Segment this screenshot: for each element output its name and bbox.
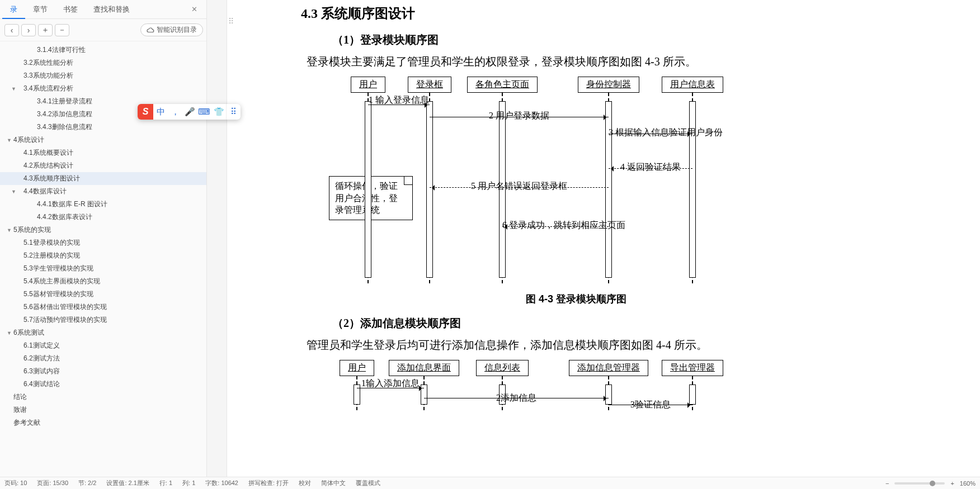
outline-item[interactable]: 5.7活动预约管理模块的实现 — [0, 314, 206, 326]
paragraph-2: 管理员和学生登录后均可进行添加信息操作，添加信息模块顺序图如图 4-4 所示。 — [307, 336, 856, 353]
page-gutter — [207, 0, 227, 489]
tab-bookmarks[interactable]: 书签 — [55, 0, 86, 19]
sequence-message: 1输入添加信息 — [357, 378, 424, 390]
ime-skin-button[interactable]: 👕 — [211, 104, 226, 120]
sidebar-close-button[interactable]: ✕ — [185, 5, 204, 13]
sequence-message: 2 用户登录数据 — [430, 110, 609, 122]
lifeline-box: 用户 — [351, 77, 385, 93]
ime-voice-button[interactable]: 🎤 — [182, 104, 197, 120]
outline-item[interactable]: 3.2系统性能分析 — [0, 56, 206, 69]
sequence-message: 5 用户名错误返回登录框 — [430, 181, 609, 192]
status-position[interactable]: 设置值: 2.1厘米 — [106, 479, 149, 487]
status-insert-mode[interactable]: 覆盖模式 — [356, 479, 380, 487]
section-heading: 4.3 系统顺序图设计 — [301, 4, 856, 22]
outline-item[interactable]: 6.2测试方法 — [0, 352, 206, 365]
outline-item[interactable]: 致谢 — [0, 403, 206, 416]
zoom-slider[interactable] — [894, 482, 945, 485]
outline-sidebar: 录 章节 书签 查找和替换 ✕ ‹ › ＋ － 智能识别目录 3.1.4法律可行… — [0, 0, 207, 489]
ime-lang-button[interactable]: 中 — [153, 104, 168, 120]
status-language[interactable]: 简体中文 — [321, 479, 346, 487]
status-col[interactable]: 列: 1 — [182, 479, 195, 487]
subsection-heading-1: （1）登录模块顺序图 — [332, 32, 856, 48]
zoom-value[interactable]: 160% — [960, 480, 976, 487]
outline-item[interactable]: 4.1系统概要设计 — [0, 146, 206, 159]
tab-chapters[interactable]: 章节 — [25, 0, 55, 19]
sequence-message: 3 根据输入信息验证用户身份 — [609, 127, 692, 139]
outline-item[interactable]: 5.1登录模块的实现 — [0, 236, 206, 249]
sequence-message: 6 登录成功，跳转到相应主页面 — [502, 220, 609, 231]
outline-item[interactable]: 5.6器材借出管理模块的实现 — [0, 301, 206, 314]
outline-item[interactable]: 6.1测试定义 — [0, 339, 206, 352]
outline-item[interactable]: 5.5器材管理模块的实现 — [0, 288, 206, 301]
outline-item[interactable]: 3.1.4法律可行性 — [0, 44, 206, 56]
outline-item[interactable]: 5.4系统主界面模块的实现 — [0, 275, 206, 288]
outline-item[interactable]: 5.3学生管理模块的实现 — [0, 262, 206, 275]
zoom-out-button[interactable]: − — [885, 480, 889, 487]
lifeline-box: 登录框 — [408, 77, 451, 93]
outline-expand-button[interactable]: ＋ — [38, 24, 53, 36]
sequence-message: 1 输入登录信息 — [368, 94, 430, 106]
sequence-message: 4 返回验证结果 — [609, 162, 692, 173]
lifeline-box: 用户 — [340, 360, 374, 376]
sequence-diagram-add-info: 用户添加信息界面信息列表添加信息管理器导出管理器1输入添加信息2添加信息3验证信… — [307, 360, 846, 410]
outline-item[interactable]: ▼5系统的实现 — [0, 224, 206, 236]
lifeline-box: 导出管理器 — [662, 360, 723, 376]
outline-item[interactable]: 5.2注册模块的实现 — [0, 249, 206, 262]
sequence-diagram-login: 循环操作，验证 用户合法性，登 录管理系统 用户登录框各角色主页面身份控制器用户… — [307, 77, 846, 289]
lifeline-box: 信息列表 — [476, 360, 529, 376]
tab-find-replace[interactable]: 查找和替换 — [86, 0, 138, 19]
document-page: 4.3 系统顺序图设计 （1）登录模块顺序图 登录模块主要满足了管理员和学生的权… — [235, 0, 884, 444]
ime-menu-button[interactable]: ⠿ — [226, 104, 241, 120]
outline-collapse-button[interactable]: － — [55, 24, 69, 36]
zoom-in-button[interactable]: + — [950, 480, 954, 487]
cloud-icon — [147, 26, 154, 34]
outline-item[interactable]: 3.3系统功能分析 — [0, 69, 206, 82]
outline-item[interactable]: ▼4.4数据库设计 — [0, 185, 206, 198]
lifeline-box: 各角色主页面 — [467, 77, 538, 93]
figure-caption-1: 图 4-3 登录模块顺序图 — [296, 292, 856, 306]
lifeline-box: 身份控制器 — [578, 77, 639, 93]
lifeline-box: 添加信息界面 — [389, 360, 459, 376]
status-page-count[interactable]: 页面: 15/30 — [37, 479, 68, 487]
ime-punct-button[interactable]: ， — [168, 104, 182, 120]
status-word-count[interactable]: 字数: 10642 — [205, 479, 238, 487]
outline-item[interactable]: 6.3测试内容 — [0, 365, 206, 378]
drag-handle-icon[interactable]: ⠿ — [228, 17, 234, 26]
ime-keyboard-button[interactable]: ⌨ — [197, 104, 211, 120]
outline-item[interactable]: 4.2系统结构设计 — [0, 159, 206, 172]
tab-directory[interactable]: 录 — [2, 0, 25, 19]
status-section[interactable]: 节: 2/2 — [78, 479, 96, 487]
outline-item[interactable]: 6.4测试结论 — [0, 378, 206, 391]
status-row[interactable]: 行: 1 — [159, 479, 172, 487]
outline-item[interactable]: ▼3.4系统流程分析 — [0, 82, 206, 95]
paragraph-1: 登录模块主要满足了管理员和学生的权限登录，登录模块顺序图如图 4-3 所示。 — [307, 53, 856, 70]
outline-item[interactable]: ▼6系统测试 — [0, 326, 206, 339]
status-bar: 页码: 10 页面: 15/30 节: 2/2 设置值: 2.1厘米 行: 1 … — [0, 477, 980, 489]
sidebar-tabs: 录 章节 书签 查找和替换 ✕ — [0, 0, 206, 19]
outline-item[interactable]: 结论 — [0, 391, 206, 403]
outline-toolbar: ‹ › ＋ － 智能识别目录 — [0, 19, 206, 41]
outline-item[interactable]: 3.4.3删除信息流程 — [0, 121, 206, 134]
smart-recognize-label: 智能识别目录 — [157, 25, 197, 35]
status-page-number[interactable]: 页码: 10 — [4, 479, 27, 487]
lifeline-box: 添加信息管理器 — [569, 360, 648, 376]
status-proof[interactable]: 校对 — [299, 479, 311, 487]
outline-item[interactable]: 4.3系统顺序图设计 — [0, 172, 206, 185]
smart-recognize-button[interactable]: 智能识别目录 — [140, 23, 203, 36]
outline-prev-button[interactable]: ‹ — [4, 24, 19, 36]
outline-item[interactable]: 4.4.1数据库 E-R 图设计 — [0, 198, 206, 211]
ime-toolbar[interactable]: S 中 ， 🎤 ⌨ 👕 ⠿ — [138, 104, 241, 120]
sequence-message: 2添加信息 — [424, 392, 609, 404]
ime-logo-icon: S — [138, 104, 153, 120]
status-spellcheck[interactable]: 拼写检查: 打开 — [248, 479, 289, 487]
document-viewport[interactable]: ⠿ 4.3 系统顺序图设计 （1）登录模块顺序图 登录模块主要满足了管理员和学生… — [207, 0, 980, 489]
outline-item[interactable]: 4.4.2数据库表设计 — [0, 211, 206, 224]
outline-item[interactable]: ▼4系统设计 — [0, 134, 206, 146]
outline-item[interactable]: 参考文献 — [0, 416, 206, 429]
sequence-message: 3验证信息 — [609, 399, 692, 411]
subsection-heading-2: （2）添加信息模块顺序图 — [332, 316, 856, 331]
outline-next-button[interactable]: › — [21, 24, 36, 36]
lifeline-box: 用户信息表 — [662, 77, 723, 93]
